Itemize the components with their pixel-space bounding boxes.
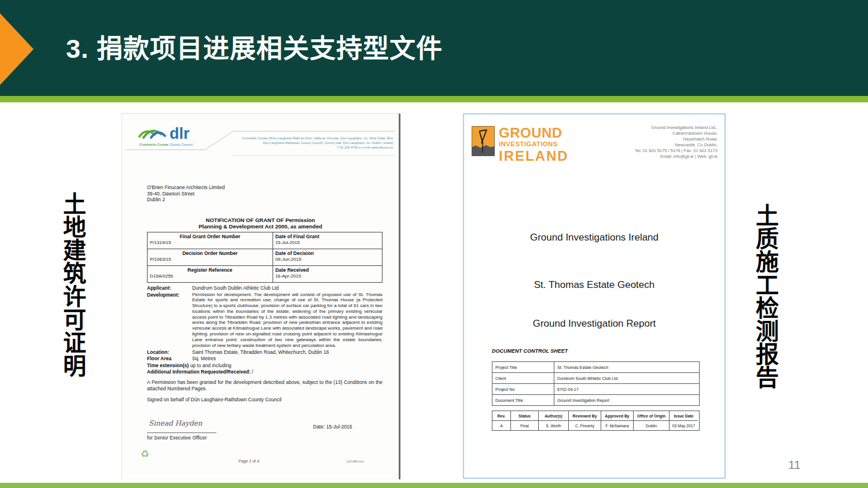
permit-body: Applicant: Dundrum South Dublin Athletic… <box>147 285 382 402</box>
grant-details-table: Final Grant Order Number P/1319/15 Date … <box>147 232 382 283</box>
column-header: Rev. <box>492 411 511 421</box>
gii-wordmark-line: INVESTIGATIONS <box>499 141 569 148</box>
revision-table: Rev. Status Author(s) Reviewed By Approv… <box>492 411 700 431</box>
field-label: Additional Information Requested/Receive… <box>147 369 251 375</box>
field-label: Applicant: <box>147 285 192 291</box>
cell-label: Client <box>492 373 554 384</box>
slide-title: 3. 捐款项目进展相关支持型文件 <box>66 28 443 65</box>
location-row: Location: Saint Thomas Estate, Tibradden… <box>147 349 382 355</box>
recycle-icon: ♻ <box>141 448 149 460</box>
development-row: Development: Permission for development.… <box>147 292 382 349</box>
cell-value: Dundrum South Athletic Club Ltd. <box>554 373 699 384</box>
field-value: Sq. Metres <box>192 356 382 361</box>
table-cell: Register Reference D15A/0255 <box>148 266 273 282</box>
gii-address-line: Newcastle, Co Dublin, <box>635 142 718 148</box>
field-label: Time extension(s) <box>147 363 189 368</box>
table-cell: Final Grant Order Number P/1319/15 <box>148 232 273 249</box>
table-cell: Final <box>511 421 539 430</box>
applicant-row: Applicant: Dundrum South Dublin Athletic… <box>147 285 382 291</box>
cell-value: D15A/0255 <box>150 273 270 279</box>
floor-area-row: Floor Area Sq. Metres <box>147 356 382 361</box>
signature: Sinead Hayden <box>149 419 202 427</box>
cell-value: 16-Apr-2015 <box>275 273 380 279</box>
accent-bar-bottom <box>0 483 868 488</box>
left-caption: 土地建筑许可证明 <box>61 192 84 377</box>
field-value: up to and including <box>189 363 231 368</box>
cell-label: Date of Decision <box>275 250 380 256</box>
gii-wordmark-line: IRELAND <box>499 149 569 163</box>
cell-label: Decision Order Number <box>150 250 270 256</box>
notification-heading-line1: NOTIFICATION OF GRANT OF Permission <box>122 217 399 223</box>
gii-address-line: Tel: 01 601 5175 / 5176 | Fax: 01 601 51… <box>635 148 718 154</box>
cell-label: Project No <box>492 384 554 395</box>
table-cell: Date of Decision 09-Jun-2015 <box>273 249 382 266</box>
field-label: Floor Area <box>147 356 192 361</box>
table-cell: S. Worth <box>539 421 569 430</box>
report-title-document: Ground Investigation Report <box>464 318 724 330</box>
column-header: Reviewed By <box>569 411 601 421</box>
cell-value: 09-Jun-2015 <box>275 257 380 262</box>
field-value: Saint Thomas Estate, Tibradden Road, Whi… <box>192 349 382 355</box>
field-label: Development: <box>147 292 192 349</box>
signed-on-behalf-line: Signed on behalf of Dún Laoghaire-Rathdo… <box>147 397 382 402</box>
footer-reference: 123-09Forms <box>347 460 364 463</box>
time-extension-row: Time extension(s) up to and including <box>147 363 382 368</box>
gii-address-line: Email: info@gii.ie | Web: gii.ie <box>635 154 718 160</box>
page-footer: Page 1 of 4 <box>111 459 387 463</box>
column-header: Approved By <box>601 411 634 421</box>
cell-value: P/1319/15 <box>150 240 270 245</box>
column-header: Author(s) <box>539 411 569 421</box>
gii-document: GROUND INVESTIGATIONS IRELAND Ground Inv… <box>463 113 726 479</box>
cell-value: St. Thomas Estate Geotech <box>554 362 699 373</box>
cell-value: 6702-04-17 <box>554 384 699 395</box>
cell-label: Project Title <box>492 362 554 373</box>
cell-value: P/1063/15 <box>150 257 270 262</box>
table-cell: F. McNamara <box>601 421 634 430</box>
cell-label: Final Grant Order Number <box>150 234 270 239</box>
council-address-line: T 01 205 4700 e-m info www.dlrcoco.ie <box>242 145 393 150</box>
document-control-table: Project Title St. Thomas Estate Geotech … <box>492 361 700 406</box>
recipient-address: O'Brien Finucane Architects Limited 39-4… <box>147 184 225 203</box>
field-label: Location: <box>147 349 192 355</box>
gii-logo-wordmark: GROUND INVESTIGATIONS IRELAND <box>499 126 569 163</box>
gii-address-line: Hazelhatch Road, <box>635 136 718 142</box>
table-cell: 03 May 2017 <box>670 421 698 430</box>
cell-label: Date of Final Grant <box>275 234 380 239</box>
grant-paragraph: A Permission has been granted for the de… <box>147 379 382 391</box>
column-header: Status <box>511 411 539 421</box>
signature-role: for Senior Executive Officer <box>147 435 207 441</box>
council-address-line: Dún Laoghaire-Rathdown County Council, C… <box>242 141 393 145</box>
council-address: Comhairle Contae Dhún Laoghaire-Ráth an … <box>242 136 393 150</box>
report-title-project: St. Thomas Estate Geotech <box>464 279 724 291</box>
gii-address-line: Ground Investigations Ireland Ltd., <box>635 125 718 131</box>
field-value: / <box>251 369 253 375</box>
table-cell: Date Received 16-Apr-2015 <box>273 266 382 282</box>
recipient-line: Dublin 2 <box>147 197 225 203</box>
slide-page-number: 11 <box>788 458 801 472</box>
cell-value: 15-Jul-2015 <box>275 240 380 245</box>
signature-date: Date: 15-Jul-2015 <box>313 424 352 430</box>
cell-label: Document Title <box>492 395 554 405</box>
table-cell: A <box>492 421 511 430</box>
accent-bar-top <box>0 96 868 102</box>
gii-logo-icon <box>472 126 495 158</box>
recipient-line: O'Brien Finucane Architects Limited <box>147 184 225 191</box>
notification-heading: NOTIFICATION OF GRANT OF Permission Plan… <box>122 217 399 230</box>
development-text: Permission for development. The developm… <box>192 292 382 349</box>
gii-address-block: Ground Investigations Ireland Ltd., Cath… <box>635 125 718 160</box>
notification-heading-line2: Planning & Development Act 2000, as amen… <box>122 223 399 230</box>
table-cell: C. Finnerty <box>569 421 601 430</box>
column-header: Issue Date <box>670 411 698 421</box>
permit-document: dlr Comhairle Contae County Council Comh… <box>122 113 400 479</box>
gii-address-line: Catherinestown House, <box>635 131 718 136</box>
council-address-line: Comhairle Contae Dhún Laoghaire-Ráth an … <box>242 136 393 141</box>
right-caption: 土质施工检测报告 <box>754 204 777 389</box>
gii-wordmark-line: GROUND <box>499 126 569 140</box>
signature-rule <box>147 432 216 433</box>
table-cell: Decision Order Number P/1063/15 <box>148 249 273 266</box>
cell-label: Date Received <box>275 267 380 273</box>
column-header: Office of Origin <box>634 411 670 421</box>
recipient-line: 39-40, Dawson Street <box>147 191 225 197</box>
report-title-company: Ground Investigations Ireland <box>464 232 724 243</box>
cell-value: Ground Investigation Report <box>554 395 699 405</box>
